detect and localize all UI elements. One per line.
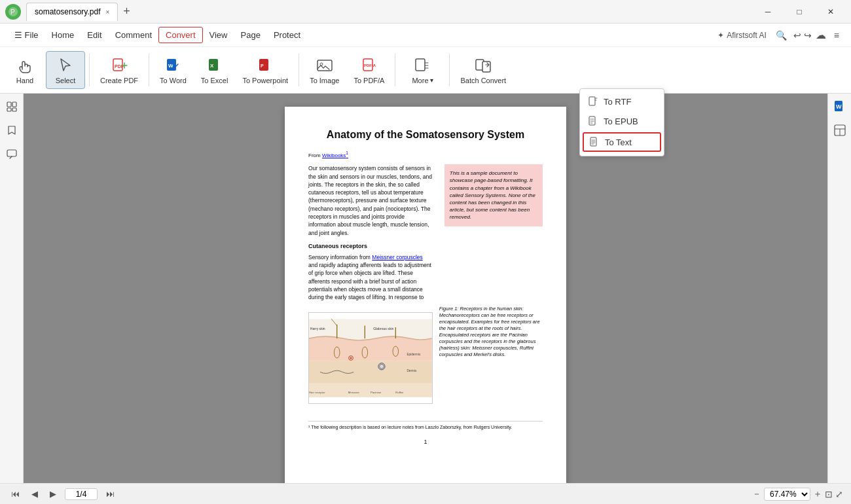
create-pdf-icon: PDF	[110, 56, 128, 75]
tab-close-btn[interactable]: ×	[106, 9, 110, 16]
svg-rect-18	[589, 117, 595, 125]
svg-point-36	[350, 357, 352, 359]
right-sidebar-word-icon[interactable]: W	[832, 99, 848, 115]
left-sidebar	[0, 94, 24, 483]
svg-rect-10	[317, 60, 332, 71]
menu-convert[interactable]: Convert	[158, 27, 203, 43]
more-btn[interactable]: More ▾	[399, 51, 445, 89]
zoom-in-btn[interactable]: ＋	[813, 488, 822, 500]
rtf-icon	[588, 96, 598, 107]
pdf-body-text-2: Sensory information from Meissner corpus…	[308, 253, 433, 302]
more-label: More	[412, 77, 428, 84]
hand-label: Hand	[16, 77, 33, 84]
menu-edit[interactable]: Edit	[81, 27, 108, 43]
pdf-side-column: This is a sample document to showcase pa…	[439, 164, 543, 301]
hand-tool-btn[interactable]: Hand	[5, 51, 45, 89]
to-image-btn[interactable]: To Image	[303, 51, 346, 89]
pdf-figure-area: Harry skin Glabrous skin Epidermis Dermi…	[308, 306, 543, 410]
skin-diagram-svg: Harry skin Glabrous skin Epidermis Dermi…	[309, 312, 432, 404]
new-tab-btn[interactable]: +	[118, 5, 136, 18]
ai-label: Afirstsoft AI	[727, 31, 767, 40]
menu-file[interactable]: ☰ File	[8, 27, 45, 43]
close-window-btn[interactable]: ✕	[816, 3, 846, 21]
menu-view[interactable]: View	[203, 27, 234, 43]
pdf-from: From Wikibooks1	[308, 150, 543, 159]
zoom-out-btn[interactable]: －	[752, 488, 761, 500]
separator-2	[149, 54, 149, 86]
meissner-link[interactable]: Meissner corpuscles	[372, 254, 422, 261]
menu-page[interactable]: Page	[234, 27, 267, 43]
fit-width-btn[interactable]: ⊡	[825, 489, 833, 499]
batch-convert-icon	[474, 56, 492, 75]
svg-text:X: X	[210, 63, 214, 69]
last-page-btn[interactable]: ⏭	[103, 488, 118, 500]
svg-text:P: P	[261, 63, 264, 68]
to-epub-label: To EPUB	[604, 117, 638, 126]
right-sidebar-panel-icon[interactable]	[832, 122, 848, 138]
pdf-caption-column: Figure 1: Receptors in the human skin: M…	[439, 306, 543, 410]
more-dropdown-arrow: ▾	[430, 77, 433, 84]
prev-page-btn[interactable]: ◀	[28, 488, 41, 500]
svg-rect-16	[482, 62, 490, 72]
to-powerpoint-btn[interactable]: P To Powerpoint	[236, 51, 295, 89]
dropdown-to-rtf[interactable]: To RTF	[580, 92, 664, 111]
to-word-btn[interactable]: W To Word	[153, 51, 193, 89]
svg-rect-20	[7, 102, 11, 107]
more-dropdown-menu: To RTF To EPUB To Text	[579, 88, 664, 156]
svg-text:Pacinian: Pacinian	[371, 390, 382, 393]
pdf-page-number: 1	[308, 438, 543, 446]
sidebar-comment-icon[interactable]	[4, 146, 20, 162]
title-bar: P somatosensory.pdf × + ─ □ ✕	[0, 0, 851, 24]
svg-text:Ruffini: Ruffini	[395, 390, 403, 393]
app-logo: P	[5, 4, 21, 20]
to-pdfa-label: To PDF/A	[353, 77, 384, 84]
content-area[interactable]: Anatomy of the Somatosensory System From…	[24, 94, 827, 483]
svg-text:W: W	[836, 103, 842, 110]
settings-btn[interactable]: ≡	[830, 27, 843, 43]
menu-protect[interactable]: Protect	[267, 27, 307, 43]
svg-text:P: P	[10, 9, 15, 16]
more-icon	[413, 56, 431, 75]
to-word-icon: W	[164, 56, 182, 75]
menu-home[interactable]: Home	[45, 27, 81, 43]
tab-title: somatosensory.pdf	[35, 7, 101, 16]
svg-rect-17	[589, 97, 595, 105]
ai-button[interactable]: ✦ Afirstsoft AI	[712, 28, 772, 43]
cloud-btn[interactable]: ☁	[812, 26, 830, 44]
to-excel-btn[interactable]: X To Excel	[194, 51, 235, 89]
first-page-btn[interactable]: ⏮	[8, 488, 23, 500]
text-icon	[589, 137, 600, 147]
sidebar-bookmark-icon[interactable]	[4, 122, 20, 138]
page-input[interactable]	[65, 488, 98, 500]
select-tool-btn[interactable]: Select	[46, 51, 85, 89]
svg-point-11	[320, 63, 323, 65]
pdf-page: Anatomy of the Somatosensory System From…	[285, 107, 566, 483]
minimize-btn[interactable]: ─	[753, 3, 783, 21]
sidebar-thumbnail-icon[interactable]	[4, 99, 20, 115]
to-powerpoint-icon: P	[256, 56, 274, 75]
wikibooks-link[interactable]: Wikibooks1	[322, 153, 348, 158]
tab-area: somatosensory.pdf × +	[26, 3, 748, 21]
create-pdf-btn[interactable]: PDF Create PDF	[94, 51, 145, 89]
to-pdfa-btn[interactable]: PDF/A To PDF/A	[347, 51, 391, 89]
dropdown-to-text[interactable]: To Text	[583, 132, 661, 152]
menu-bar: ☰ File Home Edit Comment Convert View Pa…	[0, 24, 851, 47]
menu-comment[interactable]: Comment	[109, 27, 158, 43]
pdf-figure-caption: Figure 1: Receptors in the human skin: M…	[439, 306, 543, 359]
maximize-btn[interactable]: □	[784, 3, 814, 21]
fit-page-btn[interactable]: ⤢	[835, 489, 843, 499]
dropdown-to-epub[interactable]: To EPUB	[580, 111, 664, 131]
zoom-select[interactable]: 67.47% 50% 75% 100% 125% 150%	[764, 488, 810, 501]
next-page-btn[interactable]: ▶	[46, 488, 60, 500]
to-image-label: To Image	[310, 77, 339, 84]
separator-4	[395, 54, 395, 86]
svg-rect-24	[7, 150, 16, 156]
batch-convert-btn[interactable]: Batch Convert	[454, 51, 513, 89]
to-excel-icon: X	[206, 56, 224, 75]
redo-btn[interactable]: ↪	[804, 30, 812, 41]
search-btn[interactable]: 🔍	[772, 27, 791, 43]
active-tab[interactable]: somatosensory.pdf ×	[26, 3, 118, 21]
pdf-figure-column: Harry skin Glabrous skin Epidermis Dermi…	[308, 306, 433, 410]
ribbon: ☰ File Home Edit Comment Convert View Pa…	[0, 24, 851, 94]
undo-btn[interactable]: ↩	[793, 30, 801, 41]
